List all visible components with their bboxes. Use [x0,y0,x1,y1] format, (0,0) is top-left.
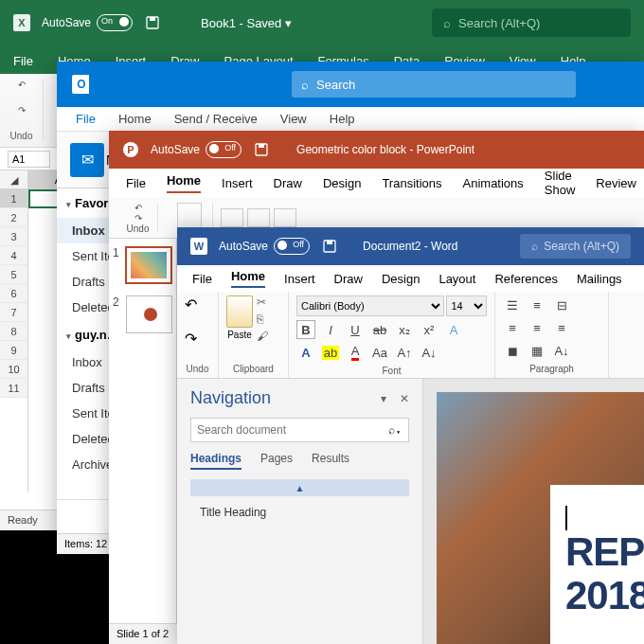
nav-tab-headings[interactable]: Headings [190,452,242,470]
tab-file[interactable]: File [9,48,37,74]
superscript-button[interactable]: x² [420,320,438,339]
select-all-corner[interactable]: ◢ [0,170,27,189]
save-icon[interactable] [321,238,338,255]
document-area[interactable]: REPORT TITLEREPO 2018 [423,379,644,644]
search-box[interactable]: ⌕ Search (Alt+Q) [432,9,631,37]
grow-font-button[interactable]: A↑ [395,343,414,362]
row-header[interactable]: 8 [0,322,27,341]
change-case-button[interactable]: Aa [370,343,389,362]
italic-button[interactable]: I [321,320,340,339]
shading-button[interactable]: ◼ [503,341,522,360]
nav-dropdown-icon[interactable]: ▾ [381,392,386,405]
shrink-font-button[interactable]: A↓ [420,343,438,362]
nav-search[interactable]: ⌕▾ [190,418,409,442]
tab-references[interactable]: References [494,272,557,286]
autosave-toggle[interactable]: AutoSave Off [219,238,310,255]
autosave-toggle[interactable]: AutoSave On [42,14,133,31]
borders-button[interactable]: ▦ [528,341,546,360]
search-box[interactable]: ⌕ Search (Alt+Q) [520,234,631,259]
tab-draw[interactable]: Draw [334,272,363,286]
align-center-button[interactable]: ≡ [528,318,546,337]
tab-file[interactable]: File [76,112,96,126]
tab-insert[interactable]: Insert [284,272,315,286]
document-title[interactable]: Book1 - Saved ▾ [201,16,292,30]
align-right-button[interactable]: ≡ [552,318,571,337]
undo-icon[interactable]: ↶ [134,203,142,213]
row-header[interactable]: 11 [0,379,27,398]
save-icon[interactable] [144,14,161,31]
tab-slideshow[interactable]: Slide Show [545,169,576,197]
slide-thumb[interactable]: 2 [113,295,172,333]
format-painter-icon[interactable]: 🖌 [257,330,268,343]
nav-tab-results[interactable]: Results [312,452,349,470]
font-color-button[interactable]: A [346,343,365,362]
close-icon[interactable]: ✕ [400,392,409,405]
tab-home[interactable]: Home [167,173,201,193]
tab-home[interactable]: Home [231,269,265,288]
document-title[interactable]: Document2 - Word [363,240,457,253]
underline-button[interactable]: U [346,320,365,339]
tab-layout[interactable]: Layout [438,272,475,286]
bullets-button[interactable]: ☰ [503,295,522,314]
copy-icon[interactable]: ⎘ [257,313,268,326]
search-icon[interactable]: ⌕▾ [382,419,408,441]
highlight-button[interactable]: ab [321,343,340,362]
title-text-box[interactable]: REPORT TITLEREPO 2018 [550,485,644,644]
new-slide-icon[interactable] [221,208,243,227]
multilevel-button[interactable]: ⊟ [552,295,571,314]
slide-thumb[interactable]: 1 [113,246,172,284]
tab-send-receive[interactable]: Send / Receive [174,112,258,126]
tab-help[interactable]: Help [330,112,355,126]
row-header[interactable]: 10 [0,360,27,379]
name-box[interactable] [8,151,50,168]
reset-icon[interactable] [274,208,296,227]
tab-file[interactable]: File [126,176,146,190]
font-size-select[interactable]: 14 [446,295,487,316]
document-title[interactable]: Geometric color block - PowerPoint [296,143,474,156]
autosave-toggle[interactable]: AutoSave Off [151,141,242,158]
tab-animations[interactable]: Animations [463,176,524,190]
row-header[interactable]: 7 [0,303,27,322]
text-effects-button[interactable]: A [444,320,463,339]
tab-view[interactable]: View [280,112,307,126]
nav-tab-pages[interactable]: Pages [260,452,293,470]
numbering-button[interactable]: ≡ [528,295,546,314]
tab-mailings[interactable]: Mailings [577,272,622,286]
font-name-select[interactable]: Calibri (Body) [296,295,444,316]
row-header[interactable]: 5 [0,265,27,284]
layout-icon[interactable] [247,208,270,227]
row-header[interactable]: 9 [0,341,27,360]
redo-icon[interactable]: ↷ [134,213,142,224]
cut-icon[interactable]: ✂ [257,295,268,309]
tab-insert[interactable]: Insert [222,176,253,190]
redo-icon[interactable]: ↷ [185,330,210,348]
page[interactable]: REPORT TITLEREPO 2018 [437,392,644,644]
undo-icon[interactable]: ↶ [18,80,26,90]
save-icon[interactable] [253,141,270,158]
tab-home[interactable]: Home [118,112,152,126]
bold-button[interactable]: B [296,320,315,339]
row-header[interactable]: 4 [0,246,27,265]
redo-icon[interactable]: ↷ [18,105,26,116]
paste-button[interactable]: Paste [226,295,253,343]
row-header[interactable]: 3 [0,227,27,246]
strike-button[interactable]: ab [370,320,389,339]
paste-icon[interactable] [177,203,202,229]
new-mail-button[interactable]: ✉ [70,143,104,177]
nav-heading-item[interactable]: Title Heading [190,502,409,523]
nav-search-input[interactable] [191,419,382,441]
tab-design[interactable]: Design [382,272,420,286]
row-header[interactable]: 6 [0,284,27,303]
row-header[interactable]: 2 [0,208,27,227]
tab-design[interactable]: Design [323,176,361,190]
search-box[interactable]: ⌕ Search [292,71,576,98]
subscript-button[interactable]: x₂ [395,320,414,339]
undo-icon[interactable]: ↶ [185,295,210,313]
text-effects-icon[interactable]: A [296,343,315,362]
tab-draw[interactable]: Draw [274,176,302,190]
row-header[interactable]: 1 [0,189,27,208]
sort-button[interactable]: A↓ [552,341,571,360]
align-left-button[interactable]: ≡ [503,318,522,337]
nav-jump-bar[interactable]: ▲ [190,479,409,496]
tab-file[interactable]: File [192,272,212,286]
